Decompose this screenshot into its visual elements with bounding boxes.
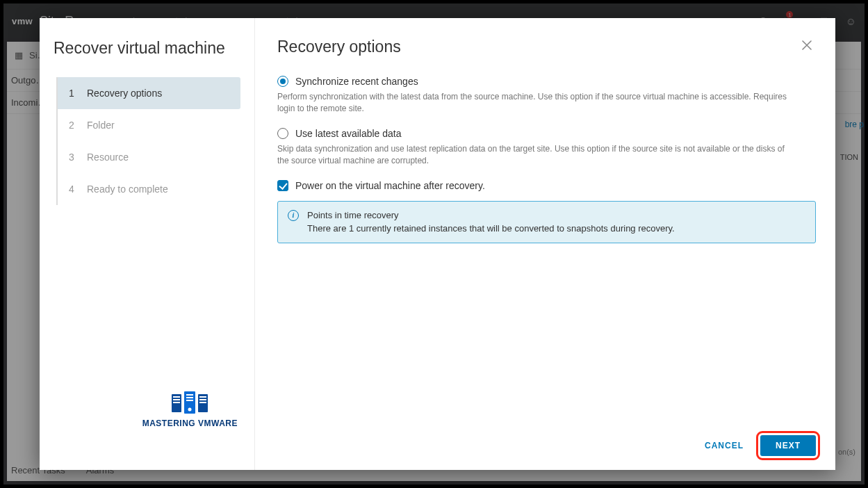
svg-rect-12 [199,402,206,403]
close-icon [802,40,812,50]
svg-rect-1 [173,396,180,398]
svg-rect-5 [186,394,193,396]
option-label: Use latest available data [295,128,402,139]
svg-rect-6 [186,397,193,398]
wizard-title: Recover virtual machine [54,39,240,58]
recover-vm-modal: Recover virtual machine 1 Recovery optio… [40,18,835,470]
close-button[interactable] [798,38,816,54]
option-label: Synchronize recent changes [295,76,418,87]
step-label: Ready to complete [87,184,168,195]
next-button[interactable]: NEXT [760,435,816,456]
svg-rect-7 [186,400,193,401]
wizard-step-folder[interactable]: 2 Folder [58,109,240,141]
latest-data-radio[interactable] [277,128,288,139]
wizard-step-resource[interactable]: 3 Resource [58,141,240,173]
wizard-step-recovery-options[interactable]: 1 Recovery options [58,77,240,109]
step-number: 4 [69,184,77,195]
svg-rect-10 [199,396,206,398]
option-latest-data[interactable]: Use latest available data [277,128,816,139]
info-title: Points in time recovery [307,209,675,222]
cancel-button[interactable]: CANCEL [695,434,753,457]
panel-header: Recovery options [277,38,816,56]
svg-rect-11 [199,399,206,400]
svg-rect-3 [173,402,180,403]
power-on-checkbox[interactable] [277,180,288,191]
watermark-logo: MASTERING VMWARE [142,391,240,428]
step-number: 2 [69,120,77,131]
info-content: Points in time recovery There are 1 curr… [307,209,675,236]
info-banner: i Points in time recovery There are 1 cu… [277,201,816,243]
power-on-checkbox-row[interactable]: Power on the virtual machine after recov… [277,180,816,191]
option-description: Perform synchronization with the latest … [277,91,792,115]
panel-title: Recovery options [277,38,401,56]
svg-rect-2 [173,399,180,400]
option-sync-recent[interactable]: Synchronize recent changes [277,76,816,87]
wizard-sidebar: Recover virtual machine 1 Recovery optio… [40,18,255,470]
svg-point-8 [188,408,192,412]
wizard-step-ready[interactable]: 4 Ready to complete [58,173,240,205]
server-icon [170,391,209,415]
sync-recent-radio[interactable] [277,76,288,87]
wizard-steps: 1 Recovery options 2 Folder 3 Resource 4… [56,77,240,205]
modal-footer: CANCEL NEXT [277,423,816,457]
watermark-text: MASTERING VMWARE [142,418,238,428]
step-label: Resource [87,152,129,163]
step-number: 3 [69,152,77,163]
step-number: 1 [69,88,77,99]
checkbox-label: Power on the virtual machine after recov… [295,180,485,191]
option-description: Skip data synchronization and use latest… [277,143,792,168]
info-body: There are 1 currently retained instances… [307,222,675,236]
step-label: Folder [87,120,115,131]
step-label: Recovery options [87,88,162,99]
info-icon: i [288,210,299,221]
wizard-panel: Recovery options Synchronize recent chan… [255,18,835,470]
